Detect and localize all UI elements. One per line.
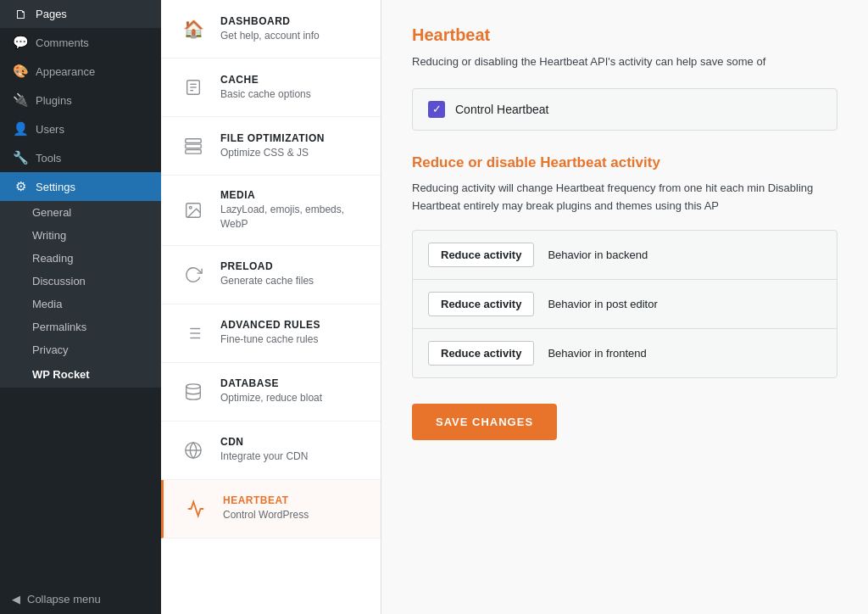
advanced-rules-desc: Fine-tune cache rules bbox=[220, 332, 320, 347]
submenu-discussion[interactable]: Discussion bbox=[0, 270, 161, 293]
heartbeat-description: Reducing or disabling the Heartbeat API'… bbox=[412, 53, 837, 71]
plugin-sidebar-item-file-optimization[interactable]: FILE OPTIMIZATION Optimize CSS & JS bbox=[161, 117, 381, 176]
sidebar-item-settings-label: Settings bbox=[36, 181, 75, 193]
sidebar-item-users-label: Users bbox=[36, 123, 64, 136]
media-title: MEDIA bbox=[220, 189, 364, 201]
control-heartbeat-label: Control Heartbeat bbox=[455, 103, 549, 116]
submenu-general[interactable]: General bbox=[0, 201, 161, 224]
table-row: Reduce activity Behavior in post editor bbox=[413, 280, 837, 329]
dashboard-title: DASHBOARD bbox=[220, 15, 320, 27]
sidebar-item-pages-label: Pages bbox=[36, 8, 67, 20]
database-title: DATABASE bbox=[220, 377, 322, 389]
preload-icon bbox=[178, 260, 209, 290]
sidebar-item-pages[interactable]: 🗋 Pages bbox=[0, 0, 161, 28]
svg-rect-4 bbox=[186, 139, 201, 143]
plugin-sidebar-item-preload[interactable]: PRELOAD Generate cache files bbox=[161, 246, 381, 304]
file-opt-desc: Optimize CSS & JS bbox=[220, 146, 325, 160]
reduce-section-heading: Reduce or disable Heartbeat activity bbox=[412, 154, 837, 171]
file-optimization-icon bbox=[178, 131, 209, 161]
advanced-rules-title: ADVANCED RULES bbox=[220, 319, 320, 331]
cache-title: CACHE bbox=[220, 74, 311, 86]
heartbeat-title: HEARTBEAT bbox=[223, 494, 309, 506]
save-changes-button[interactable]: SAVE CHANGES bbox=[412, 404, 557, 440]
cdn-desc: Integrate your CDN bbox=[220, 449, 308, 464]
reduce-activity-post-editor-button[interactable]: Reduce activity bbox=[428, 292, 534, 316]
submenu-privacy[interactable]: Privacy bbox=[0, 338, 161, 361]
file-opt-title: FILE OPTIMIZATION bbox=[220, 132, 325, 144]
appearance-icon: 🎨 bbox=[12, 64, 29, 79]
plugin-sidebar-item-cache[interactable]: CACHE Basic cache options bbox=[161, 59, 381, 117]
reduce-activity-frontend-button[interactable]: Reduce activity bbox=[428, 341, 534, 366]
submenu-writing[interactable]: Writing bbox=[0, 224, 161, 247]
submenu-permalinks[interactable]: Permalinks bbox=[0, 315, 161, 338]
users-icon: 👤 bbox=[12, 121, 29, 137]
sidebar-item-plugins-label: Plugins bbox=[36, 94, 72, 107]
advanced-rules-icon bbox=[178, 318, 209, 349]
svg-point-8 bbox=[189, 206, 192, 209]
heartbeat-heading: Heartbeat bbox=[412, 25, 837, 45]
control-heartbeat-checkbox[interactable]: ✓ bbox=[428, 101, 445, 118]
preload-title: PRELOAD bbox=[220, 260, 314, 272]
cdn-icon bbox=[178, 435, 209, 466]
behavior-backend-label: Behavior in backend bbox=[548, 248, 648, 261]
plugin-sidebar-item-cdn[interactable]: CDN Integrate your CDN bbox=[161, 421, 381, 480]
admin-sidebar: 🗋 Pages 💬 Comments 🎨 Appearance 🔌 Plugin… bbox=[0, 0, 161, 614]
sidebar-item-plugins[interactable]: 🔌 Plugins bbox=[0, 86, 161, 114]
heartbeat-desc: Control WordPress bbox=[223, 508, 309, 522]
table-row: Reduce activity Behavior in backend bbox=[413, 231, 837, 280]
comments-icon: 💬 bbox=[12, 35, 29, 50]
sidebar-item-appearance[interactable]: 🎨 Appearance bbox=[0, 57, 161, 86]
dashboard-desc: Get help, account info bbox=[220, 29, 320, 43]
sidebar-item-tools[interactable]: 🔧 Tools bbox=[0, 143, 161, 172]
submenu-media[interactable]: Media bbox=[0, 293, 161, 315]
pages-icon: 🗋 bbox=[12, 7, 29, 21]
collapse-icon: ◀ bbox=[12, 593, 20, 606]
collapse-label: Collapse menu bbox=[27, 593, 101, 606]
table-row: Reduce activity Behavior in frontend bbox=[413, 329, 837, 377]
media-icon bbox=[178, 195, 209, 226]
plugin-sidebar-item-media[interactable]: MEDIA LazyLoad, emojis, embeds, WebP bbox=[161, 176, 381, 246]
behavior-post-editor-label: Behavior in post editor bbox=[548, 298, 657, 310]
heartbeat-icon bbox=[181, 494, 211, 524]
cache-icon bbox=[178, 72, 209, 103]
preload-desc: Generate cache files bbox=[220, 274, 314, 288]
sidebar-item-comments[interactable]: 💬 Comments bbox=[0, 28, 161, 57]
database-icon bbox=[178, 377, 209, 407]
dashboard-icon: 🏠 bbox=[178, 14, 209, 44]
control-heartbeat-row: ✓ Control Heartbeat bbox=[412, 88, 837, 131]
svg-rect-5 bbox=[186, 144, 201, 148]
main-content: Heartbeat Reducing or disabling the Hear… bbox=[381, 0, 868, 614]
sidebar-item-users[interactable]: 👤 Users bbox=[0, 114, 161, 143]
heartbeat-options-table: Reduce activity Behavior in backend Redu… bbox=[412, 230, 837, 378]
sidebar-item-appearance-label: Appearance bbox=[36, 65, 95, 78]
behavior-frontend-label: Behavior in frontend bbox=[548, 347, 646, 360]
sidebar-item-settings[interactable]: ⚙ Settings bbox=[0, 172, 161, 201]
plugin-sidebar-item-heartbeat[interactable]: HEARTBEAT Control WordPress bbox=[161, 480, 381, 539]
plugins-icon: 🔌 bbox=[12, 92, 29, 108]
submenu-wp-rocket[interactable]: WP Rocket bbox=[0, 361, 161, 388]
settings-submenu: General Writing Reading Discussion Media… bbox=[0, 201, 161, 388]
submenu-reading[interactable]: Reading bbox=[0, 247, 161, 270]
svg-point-15 bbox=[186, 383, 201, 388]
cdn-title: CDN bbox=[220, 436, 308, 448]
collapse-menu-button[interactable]: ◀ Collapse menu bbox=[0, 584, 161, 614]
plugin-sidebar-item-database[interactable]: DATABASE Optimize, reduce bloat bbox=[161, 363, 381, 421]
svg-rect-6 bbox=[186, 150, 201, 154]
cache-desc: Basic cache options bbox=[220, 87, 311, 102]
reduce-activity-backend-button[interactable]: Reduce activity bbox=[428, 243, 534, 267]
reduce-section-description: Reducing activity will change Heartbeat … bbox=[412, 180, 837, 215]
settings-icon: ⚙ bbox=[12, 179, 29, 194]
media-desc: LazyLoad, emojis, embeds, WebP bbox=[220, 203, 364, 232]
tools-icon: 🔧 bbox=[12, 150, 29, 165]
plugin-sidebar-item-advanced-rules[interactable]: ADVANCED RULES Fine-tune cache rules bbox=[161, 304, 381, 363]
plugin-sidebar: 🏠 DASHBOARD Get help, account info CACHE… bbox=[161, 0, 381, 614]
sidebar-item-comments-label: Comments bbox=[36, 36, 89, 49]
sidebar-item-tools-label: Tools bbox=[36, 152, 61, 165]
plugin-sidebar-item-dashboard[interactable]: 🏠 DASHBOARD Get help, account info bbox=[161, 0, 381, 59]
database-desc: Optimize, reduce bloat bbox=[220, 391, 322, 405]
